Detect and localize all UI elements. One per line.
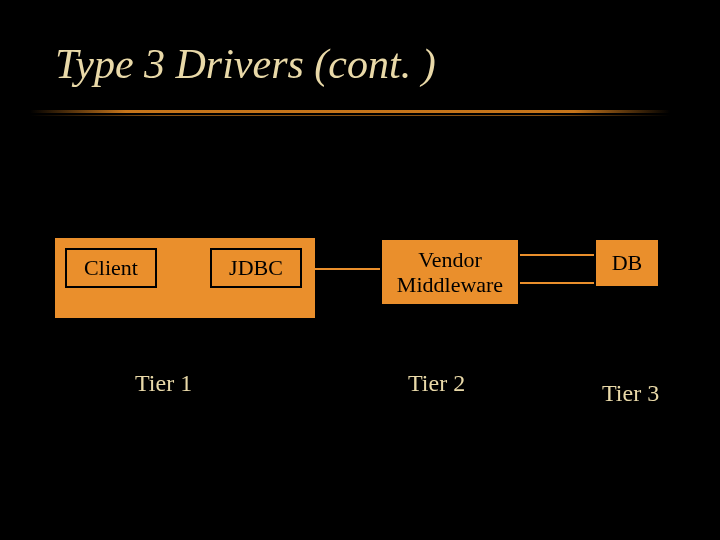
- tier3-label: Tier 3: [602, 380, 659, 407]
- tier2-label: Tier 2: [408, 370, 465, 397]
- slide: Type 3 Drivers (cont. ) Client JDBC Vend…: [0, 0, 720, 540]
- jdbc-box-label: JDBC: [229, 255, 283, 281]
- client-box-label: Client: [84, 255, 138, 281]
- middleware-box-label: Vendor Middleware: [382, 247, 518, 298]
- tier1-label: Tier 1: [135, 370, 192, 397]
- connector-jdbc-to-middleware: [315, 268, 380, 270]
- middleware-box: Vendor Middleware: [380, 238, 520, 306]
- db-box: DB: [594, 238, 660, 288]
- db-box-label: DB: [612, 250, 643, 276]
- connector-middleware-to-db-bottom: [520, 282, 594, 284]
- jdbc-box: JDBC: [210, 248, 302, 288]
- client-box: Client: [65, 248, 157, 288]
- slide-title: Type 3 Drivers (cont. ): [55, 40, 436, 88]
- title-underline: [30, 110, 670, 116]
- connector-middleware-to-db-top: [520, 254, 594, 256]
